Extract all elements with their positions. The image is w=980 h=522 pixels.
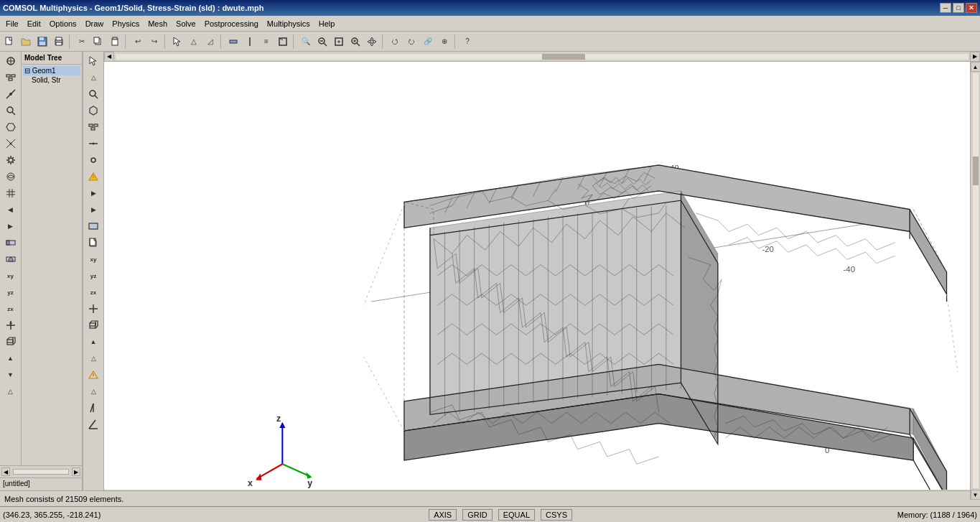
paste-button[interactable] [107,34,123,50]
canvas[interactable]: 40 20 0 -20 -40 0 [104,62,970,490]
menu-draw[interactable]: Draw [81,18,108,29]
triangle-up[interactable]: ▲ [3,350,19,366]
rt-settings[interactable] [85,152,101,168]
grid-button[interactable]: GRID [462,509,493,521]
rt-warning2[interactable] [85,367,101,383]
open-button[interactable] [18,34,34,50]
array-tool[interactable] [3,235,19,251]
rt-box3d[interactable] [85,317,101,333]
scroll-down-button[interactable]: ▼ [971,490,981,500]
copy-button[interactable] [90,34,106,50]
rt-select2[interactable] [85,119,101,135]
cut-button[interactable]: ✂ [74,34,90,50]
rt-tri-up[interactable]: ▲ [85,334,101,350]
triangle-down[interactable]: ▼ [3,367,19,383]
help-button[interactable]: ? [459,34,475,50]
scroll-thumb-v[interactable] [973,157,979,185]
grid-tool[interactable] [3,185,19,201]
rt-page[interactable] [85,235,101,251]
rt-axes[interactable] [85,301,101,317]
rt-arrow-right3[interactable]: ▶ [85,202,101,218]
menu-postprocessing[interactable]: Postprocessing [200,18,263,29]
scroll-track-v[interactable] [973,73,979,488]
tree-item-geom1[interactable]: ⊟ Geom1 [23,66,80,75]
zoom-in-button[interactable]: 🔍 [298,34,314,50]
circle-button[interactable]: ⊕ [437,34,452,50]
minimize-button[interactable]: ─ [940,3,951,13]
undo-button[interactable]: ↩ [130,34,146,50]
zoom-fit-button[interactable] [331,34,347,50]
rt-pointer[interactable] [85,53,101,69]
zoom-selection-button[interactable] [347,34,363,50]
menu-options[interactable]: Options [45,18,81,29]
rt-warning[interactable] [85,169,101,185]
coord-tool[interactable] [3,317,19,333]
axis-button[interactable]: AXIS [429,509,457,521]
scroll-left-button[interactable]: ◀ [104,52,114,62]
rotate-ccw-button[interactable]: ⭮ [403,34,419,50]
rt-yz[interactable]: yz [85,268,101,284]
extrude-button[interactable] [275,34,291,50]
scale-button[interactable]: ≡ [258,34,274,50]
point-tool[interactable] [3,136,19,152]
tree-scroll-right[interactable]: ▶ [72,467,80,476]
save-button[interactable] [34,34,50,50]
select-tool[interactable] [3,70,19,85]
rt-link[interactable] [85,136,101,152]
tree-scroll-track[interactable] [13,469,69,475]
zoom-out-button[interactable] [314,34,330,50]
rt-zoom[interactable] [85,86,101,102]
menu-mesh[interactable]: Mesh [144,18,172,29]
zx-view[interactable]: zx [3,301,19,317]
new-button[interactable] [1,34,17,50]
maximize-button[interactable]: □ [953,3,964,13]
box-tool[interactable] [3,334,19,350]
triangle3[interactable]: △ [3,383,19,399]
rt-angle2[interactable] [85,416,101,432]
rt-tri-up2[interactable]: △ [85,350,101,366]
measure-tool[interactable] [3,119,19,135]
scroll-thumb-h[interactable] [542,54,585,60]
rotate-cw-button[interactable]: ⭯ [387,34,403,50]
pan-button[interactable] [364,34,380,50]
rt-zx[interactable]: zx [85,284,101,300]
pointer-tool[interactable] [3,53,19,69]
scroll-right-button[interactable]: ▶ [970,52,980,62]
menu-edit[interactable]: Edit [23,18,45,29]
yz-view[interactable]: yz [3,284,19,300]
rt-triangle1[interactable]: △ [85,70,101,85]
tree-scroll-left[interactable]: ◀ [1,467,10,476]
xy-view[interactable]: xy [3,268,19,284]
equal-button[interactable]: EQUAL [498,509,535,521]
csys-button[interactable]: CSYS [541,509,572,521]
copy2-button[interactable] [242,34,258,50]
link-button[interactable]: 🔗 [420,34,436,50]
triangle-button[interactable]: △ [186,34,202,50]
rt-arrow-right2[interactable]: ▶ [85,185,101,201]
zoom-tool[interactable] [3,103,19,118]
rt-rect[interactable] [85,218,101,234]
menu-help[interactable]: Help [314,18,340,29]
render-tool[interactable] [3,251,19,267]
arrow-left-tool[interactable]: ◀ [3,202,19,218]
edge-select-tool[interactable] [3,86,19,102]
rt-tri-up3[interactable]: △ [85,383,101,399]
scroll-up-button[interactable]: ▲ [971,62,981,72]
menu-solve[interactable]: Solve [172,18,200,29]
triangle2-button[interactable]: ◿ [202,34,218,50]
print-button[interactable] [51,34,67,50]
scroll-track-h[interactable] [116,54,969,60]
rt-xy[interactable]: xy [85,251,101,267]
move-button[interactable] [225,34,241,50]
tree-item-solid[interactable]: Solid, Str [23,75,80,85]
arrow-right-tool[interactable]: ▶ [3,218,19,234]
menu-file[interactable]: File [1,18,23,29]
rt-hexagon[interactable] [85,103,101,118]
physics-tool[interactable] [3,169,19,185]
menu-physics[interactable]: Physics [108,18,144,29]
close-button[interactable]: ✕ [966,3,977,13]
rt-angle[interactable] [85,400,101,416]
select-button[interactable] [169,34,185,50]
settings-tool[interactable] [3,152,19,168]
redo-button[interactable]: ↪ [146,34,162,50]
